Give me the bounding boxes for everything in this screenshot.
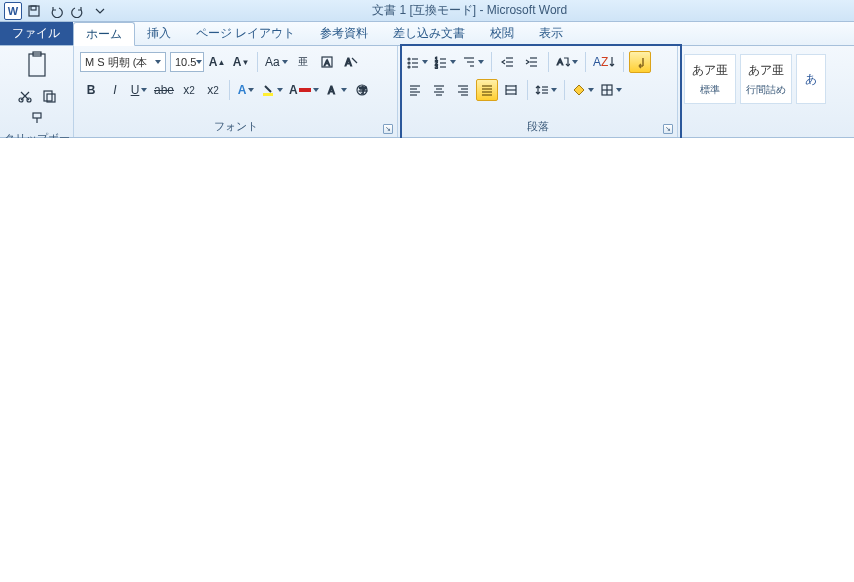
tab-review[interactable]: 校閲: [478, 22, 527, 45]
sort-icon[interactable]: AZ: [591, 51, 618, 73]
decrease-indent-icon[interactable]: [497, 51, 519, 73]
shrink-font-icon[interactable]: A▼: [230, 51, 252, 73]
enclose-char-icon[interactable]: 字: [351, 79, 373, 101]
group-label-paragraph: 段落 ↘: [398, 117, 677, 137]
change-case-icon[interactable]: Aa: [263, 51, 290, 73]
font-color-icon[interactable]: A: [287, 79, 321, 101]
font-launcher-icon[interactable]: ↘: [383, 124, 393, 134]
ribbon: 貼り付け クリップボード ↘ M S 明朝 (本 10.5 A▲ A▼ Aa 亜…: [0, 46, 854, 138]
phonetic-guide-icon[interactable]: 亜: [292, 51, 314, 73]
tab-view[interactable]: 表示: [527, 22, 576, 45]
line-spacing-icon[interactable]: [533, 79, 559, 101]
titlebar: W 文書 1 [互換モード] - Microsoft Word: [0, 0, 854, 22]
redo-icon[interactable]: [68, 2, 88, 20]
tab-page-layout[interactable]: ページ レイアウト: [184, 22, 308, 45]
svg-rect-1: [31, 6, 36, 10]
paste-button[interactable]: [19, 50, 55, 83]
svg-rect-13: [299, 88, 311, 92]
align-justify-icon[interactable]: [476, 79, 498, 101]
align-left-icon[interactable]: [404, 79, 426, 101]
svg-rect-8: [33, 113, 41, 118]
clear-format-icon[interactable]: A: [340, 51, 362, 73]
save-icon[interactable]: [24, 2, 44, 20]
show-marks-icon[interactable]: [629, 51, 651, 73]
borders-icon[interactable]: [598, 79, 624, 101]
svg-text:3: 3: [435, 64, 438, 69]
text-direction-icon[interactable]: A: [554, 51, 580, 73]
tab-file[interactable]: ファイル: [0, 22, 73, 45]
qat-customize-icon[interactable]: [90, 2, 110, 20]
ribbon-tabs: ファイル ホーム 挿入 ページ レイアウト 参考資料 差し込み文書 校閲 表示: [0, 22, 854, 46]
svg-text:A: A: [345, 57, 352, 68]
grow-font-icon[interactable]: A▲: [206, 51, 228, 73]
tab-references[interactable]: 参考資料: [308, 22, 381, 45]
style-nospacing[interactable]: あア亜 行間詰め: [740, 54, 792, 104]
multilevel-list-icon[interactable]: [460, 51, 486, 73]
group-clipboard: 貼り付け クリップボード ↘: [0, 46, 74, 137]
bold-button[interactable]: B: [80, 79, 102, 101]
style-more[interactable]: あ: [796, 54, 826, 104]
align-right-icon[interactable]: [452, 79, 474, 101]
font-name-combo[interactable]: M S 明朝 (本: [80, 52, 166, 72]
tab-mailings[interactable]: 差し込み文書: [381, 22, 478, 45]
group-font: M S 明朝 (本 10.5 A▲ A▼ Aa 亜 A A B I U abe …: [74, 46, 398, 137]
svg-rect-2: [29, 54, 45, 76]
group-paragraph: 123 A AZ: [398, 46, 678, 137]
copy-icon[interactable]: [38, 85, 60, 107]
quick-access-toolbar: W: [0, 2, 110, 20]
paragraph-launcher-icon[interactable]: ↘: [663, 124, 673, 134]
svg-rect-6: [44, 91, 52, 101]
text-effects-icon[interactable]: A: [235, 79, 257, 101]
tab-home[interactable]: ホーム: [73, 22, 135, 46]
strikethrough-icon[interactable]: abe: [152, 79, 176, 101]
group-label-font: フォント ↘: [74, 117, 397, 137]
subscript-icon[interactable]: x2: [178, 79, 200, 101]
italic-button[interactable]: I: [104, 79, 126, 101]
svg-point-17: [408, 58, 410, 60]
numbering-icon[interactable]: 123: [432, 51, 458, 73]
group-styles: あア亜 標準 あア亜 行間詰め あ: [678, 46, 854, 137]
style-normal[interactable]: あア亜 標準: [684, 54, 736, 104]
char-border-icon[interactable]: A: [316, 51, 338, 73]
group-label-clipboard: 貼り付け クリップボード ↘: [0, 129, 73, 138]
bullets-icon[interactable]: [404, 51, 430, 73]
group-label-styles: [678, 120, 854, 137]
align-distribute-icon[interactable]: [500, 79, 522, 101]
shading-icon[interactable]: [570, 79, 596, 101]
svg-text:A: A: [557, 57, 563, 67]
window-title: 文書 1 [互換モード] - Microsoft Word: [372, 2, 567, 19]
cut-icon[interactable]: [14, 85, 36, 107]
format-painter-icon[interactable]: [26, 107, 48, 129]
svg-point-19: [408, 62, 410, 64]
svg-point-21: [408, 66, 410, 68]
highlight-icon[interactable]: [259, 79, 285, 101]
svg-rect-12: [263, 93, 273, 96]
char-shading-icon[interactable]: A: [323, 79, 349, 101]
tab-insert[interactable]: 挿入: [135, 22, 184, 45]
svg-text:A: A: [324, 58, 330, 68]
underline-button[interactable]: U: [128, 79, 150, 101]
align-center-icon[interactable]: [428, 79, 450, 101]
superscript-icon[interactable]: x2: [202, 79, 224, 101]
word-app-icon[interactable]: W: [4, 2, 22, 20]
svg-text:字: 字: [359, 86, 367, 95]
increase-indent-icon[interactable]: [521, 51, 543, 73]
font-size-combo[interactable]: 10.5: [170, 52, 204, 72]
svg-text:A: A: [328, 85, 335, 96]
undo-icon[interactable]: [46, 2, 66, 20]
